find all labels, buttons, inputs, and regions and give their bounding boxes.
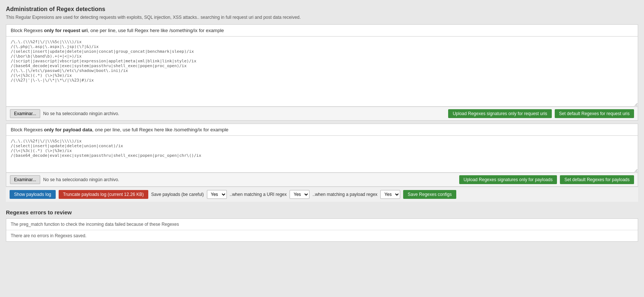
save-payloads-label: Save payloads (be careful) (151, 192, 204, 197)
page-title: Administration of Regex detections (6, 6, 638, 13)
request-uri-set-default-button[interactable]: Set default Regexes for request uris (555, 109, 634, 118)
errors-body: There are no errors in Regexes saved. (6, 230, 638, 241)
request-uri-header: Block Regexes only for request uri, one … (6, 25, 638, 37)
payload-header-suffix: , one per line, use full Regex here like… (92, 127, 228, 132)
request-uri-header-suffix: , one per line, use full Regex here like… (88, 28, 224, 33)
payload-set-default-button[interactable]: Set default Regexes for payloads (560, 175, 634, 184)
request-uri-header-text: Block Regexes (11, 28, 44, 33)
request-uri-no-file: No se ha seleccionado ningún archivo. (43, 111, 445, 116)
payload-header-text: Block Regexes (11, 127, 44, 132)
request-uri-browse-button[interactable]: Examinar... (10, 109, 40, 118)
payload-header: Block Regexes only for payload data, one… (6, 124, 638, 136)
payload-file-row: Examinar... No se ha seleccionado ningún… (6, 173, 638, 186)
page-subtitle: This Regular Expresions are used for det… (6, 15, 638, 20)
show-payloads-button[interactable]: Show payloads log (10, 190, 56, 199)
errors-section: Regexes errors to review The preg_match … (6, 209, 638, 242)
errors-box: The preg_match function to check the inc… (6, 218, 638, 242)
payload-no-file: No se ha seleccionado ningún archivo. (43, 177, 456, 182)
request-uri-textarea[interactable]: /\.\.(\\%2f|\/|\\%5c|\\\\)/ix /(\.php|\.… (6, 37, 638, 107)
truncate-payloads-button[interactable]: Truncate payloads log (current 12.26 KB) (59, 190, 148, 199)
payload-textarea[interactable]: /\.\.(\\%2f|\/|\\%5c|\\\\)/ix /(select|i… (6, 136, 638, 173)
errors-header: The preg_match function to check the inc… (6, 219, 638, 230)
request-uri-section: Block Regexes only for request uri, one … (6, 24, 638, 121)
request-uri-header-bold: only for request uri (44, 28, 87, 33)
payload-regex-select[interactable]: Yes No (380, 190, 400, 199)
request-uri-file-row: Examinar... No se ha seleccionado ningún… (6, 107, 638, 120)
save-payloads-select[interactable]: Yes No (207, 190, 227, 199)
request-uri-upload-button[interactable]: Upload Regexes signatures only for reque… (448, 109, 551, 118)
payload-browse-button[interactable]: Examinar... (10, 175, 40, 184)
payload-upload-button[interactable]: Upload Regexes signatures only for paylo… (459, 175, 557, 184)
errors-title: Regexes errors to review (6, 209, 638, 215)
payload-header-bold: only for payload data (44, 127, 92, 132)
save-configs-button[interactable]: Save Regexes configs (403, 190, 456, 199)
uri-regex-label: ..when matching a URI regex (230, 192, 287, 197)
uri-regex-select[interactable]: Yes No (290, 190, 309, 199)
payload-regex-label: ..when matching a payload regex (312, 192, 377, 197)
action-row: Show payloads log Truncate payloads log … (6, 187, 638, 202)
payload-section: Block Regexes only for payload data, one… (6, 124, 638, 187)
